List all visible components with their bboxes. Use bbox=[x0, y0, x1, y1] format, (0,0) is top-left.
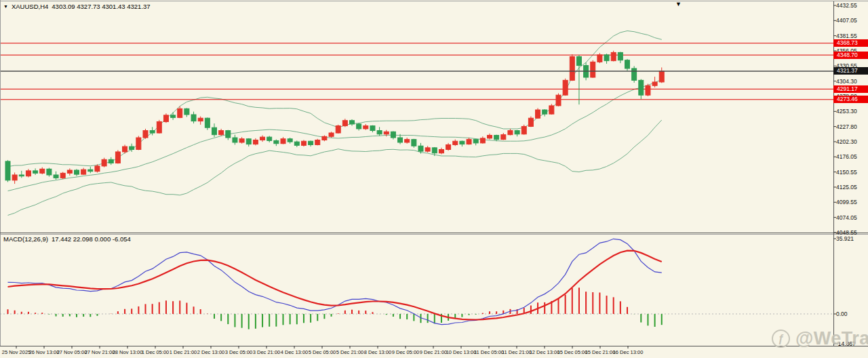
candle-body bbox=[467, 140, 471, 144]
candle-body bbox=[439, 149, 443, 153]
candle-body bbox=[260, 137, 265, 140]
candle-body bbox=[384, 132, 389, 134]
collapse-chart-icon[interactable]: ▼ bbox=[3, 3, 8, 9]
time-axis-label: 28 Nov 13:00 bbox=[113, 349, 143, 355]
time-axis-label: 25 Nov 2025 bbox=[2, 349, 31, 355]
macd-axis-label: 0.00 bbox=[836, 311, 848, 317]
trading-chart-window: ▼ XAUUSD,H4 4303.09 4327.73 4301.43 4321… bbox=[0, 0, 868, 358]
time-axis-label: 10 Dec 13:00 bbox=[446, 349, 477, 355]
candle-body bbox=[494, 136, 499, 140]
candle-body bbox=[226, 131, 231, 138]
candle-body bbox=[604, 55, 609, 61]
candle-body bbox=[274, 140, 279, 143]
time-axis-label: 4 Dec 13:00 bbox=[281, 349, 308, 355]
candle-body bbox=[150, 131, 155, 133]
candle-body bbox=[652, 82, 657, 85]
current-price-tag: 4321.37 bbox=[833, 67, 868, 75]
candle-body bbox=[528, 118, 533, 126]
bollinger-band-line bbox=[8, 80, 662, 191]
candle-body bbox=[405, 140, 410, 142]
candle-body bbox=[184, 108, 189, 115]
candle-body bbox=[370, 126, 375, 131]
candle-body bbox=[618, 52, 623, 60]
candle-body bbox=[646, 85, 650, 95]
candle-body bbox=[205, 118, 210, 127]
candle-body bbox=[95, 166, 100, 172]
candle-body bbox=[322, 136, 327, 140]
candle-body bbox=[398, 138, 403, 142]
candle-body bbox=[212, 127, 217, 134]
price-level-tag: 4273.46 bbox=[833, 96, 868, 103]
candle-body bbox=[521, 126, 526, 134]
candle-body bbox=[336, 126, 340, 133]
candle-body bbox=[301, 141, 306, 145]
time-axis-label: 12 Dec 13:00 bbox=[530, 349, 560, 355]
time-axis-label: 16 Dec 13:00 bbox=[613, 349, 644, 355]
candle-body bbox=[425, 148, 430, 151]
price-axis-label: 4227.80 bbox=[836, 123, 857, 130]
time-axis-label: 3 Dec 05:00 bbox=[225, 349, 252, 355]
candle-body bbox=[267, 137, 272, 140]
candle-body bbox=[515, 131, 519, 134]
candle-body bbox=[418, 146, 423, 151]
candle-body bbox=[123, 146, 127, 152]
candle-body bbox=[233, 138, 237, 142]
candle-body bbox=[542, 110, 547, 114]
candle-body bbox=[632, 68, 637, 80]
bollinger-band-line bbox=[8, 120, 662, 216]
candle-body bbox=[81, 170, 86, 174]
candle-body bbox=[253, 140, 258, 144]
watermark: ƒ @WeTrade bbox=[772, 328, 868, 349]
candle-body bbox=[157, 121, 161, 133]
candle-body bbox=[563, 80, 568, 95]
candle-body bbox=[342, 121, 347, 126]
candle-body bbox=[412, 140, 416, 146]
scroll-to-end-marker-icon[interactable]: ▼ bbox=[675, 1, 682, 7]
candle-body bbox=[488, 136, 492, 138]
candle-body bbox=[163, 115, 168, 122]
candle-body bbox=[115, 152, 120, 163]
wetrade-logo-icon: ƒ bbox=[772, 330, 790, 348]
candle-body bbox=[639, 80, 644, 95]
time-axis-label: 9 Dec 05:00 bbox=[392, 349, 419, 355]
price-axis-label: 4202.30 bbox=[836, 138, 857, 145]
macd-line bbox=[8, 239, 662, 324]
time-axis-label: 15 Dec 21:00 bbox=[585, 349, 616, 355]
price-axis-label: 4176.05 bbox=[836, 153, 857, 160]
time-axis-label: 11 Dec 05:00 bbox=[474, 349, 504, 355]
candle-body bbox=[536, 110, 540, 118]
candle-body bbox=[67, 170, 72, 173]
candle-body bbox=[329, 133, 334, 136]
candle-body bbox=[625, 60, 630, 68]
price-axis-label: 4253.30 bbox=[836, 108, 857, 115]
candle-body bbox=[501, 135, 506, 140]
candle-body bbox=[239, 139, 244, 142]
bollinger-band-line bbox=[8, 31, 662, 167]
candle-body bbox=[246, 139, 251, 144]
price-level-tag: 4348.70 bbox=[833, 52, 868, 59]
chart-canvas[interactable] bbox=[0, 0, 868, 358]
candle-body bbox=[40, 169, 45, 173]
time-axis-label: 1 Dec 21:00 bbox=[170, 349, 197, 355]
candle-body bbox=[136, 138, 141, 149]
time-axis-label: 27 Nov 21:00 bbox=[85, 349, 115, 355]
candle-body bbox=[26, 171, 31, 176]
candle-body bbox=[33, 171, 38, 173]
time-axis-label: 27 Nov 05:00 bbox=[57, 349, 87, 355]
candle-body bbox=[391, 132, 395, 138]
candle-body bbox=[446, 144, 451, 149]
price-axis-label: 4304.30 bbox=[836, 78, 857, 85]
time-axis-label: 26 Nov 13:00 bbox=[29, 349, 60, 355]
price-axis-label: 4432.55 bbox=[836, 2, 857, 9]
candle-body bbox=[556, 95, 561, 106]
candle-body bbox=[473, 140, 478, 143]
candle-body bbox=[178, 108, 182, 117]
chart-header: ▼ XAUUSD,H4 4303.09 4327.73 4301.43 4321… bbox=[3, 3, 151, 10]
candle-body bbox=[5, 161, 10, 180]
candle-body bbox=[108, 159, 113, 163]
candle-body bbox=[143, 131, 148, 138]
price-axis-label: 4099.55 bbox=[836, 199, 857, 205]
candle-body bbox=[480, 138, 485, 143]
candle-body bbox=[363, 126, 368, 129]
candle-body bbox=[198, 118, 203, 121]
